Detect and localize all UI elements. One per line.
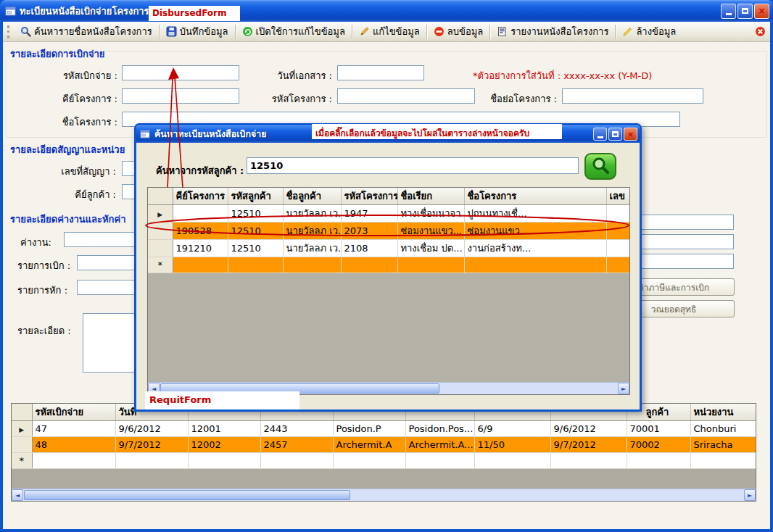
row-selector-cell[interactable] [148, 240, 173, 257]
row-selector-cell[interactable] [12, 421, 32, 437]
cell[interactable]: Posidon.P [333, 421, 405, 437]
cell[interactable] [397, 257, 464, 273]
cell[interactable]: 70001 [627, 421, 690, 437]
cell[interactable] [260, 453, 333, 469]
cell[interactable]: 9/7/2012 [115, 437, 188, 453]
cell[interactable]: 12510 [228, 205, 283, 223]
cell[interactable]: 47 [32, 421, 115, 437]
scroll-left-arrow-icon[interactable]: ◄ [12, 489, 23, 501]
cell[interactable]: ปูถนนทางเชื่... [464, 205, 606, 223]
project-code-input[interactable] [337, 88, 475, 104]
table-row[interactable]: 47 9/6/2012 12001 2443 Posidon.P Posidon… [12, 421, 756, 437]
scroll-right-arrow-icon[interactable]: ► [744, 489, 756, 501]
toolbar-clear-button[interactable]: ล้างข้อมูล [618, 22, 680, 41]
cell[interactable] [550, 453, 627, 469]
scrollbar-thumb[interactable] [24, 490, 350, 500]
cell[interactable]: 2443 [260, 421, 333, 437]
cell[interactable]: Archermit.A [333, 437, 405, 453]
cell[interactable] [464, 257, 606, 273]
table-row[interactable]: 191210 12510 นายวัลลภ เว... 2108 ทางเชื่… [148, 240, 629, 257]
cell[interactable]: นายวัลลภ เว... [283, 223, 341, 240]
column-header[interactable]: เลข [606, 188, 629, 205]
cell[interactable]: ซ่อมงานแขว... [397, 223, 464, 240]
cell[interactable] [606, 257, 629, 273]
cell[interactable]: 1947 [341, 205, 397, 223]
column-header[interactable]: คีย์โครงการ [173, 188, 228, 205]
column-header[interactable]: ชื่อลูกค้า [283, 188, 341, 205]
cell[interactable]: ซ่อมงานแขว... [464, 223, 606, 240]
minimize-button[interactable] [721, 4, 736, 19]
cell[interactable] [606, 240, 629, 257]
column-header[interactable]: รหัสโครงการ [341, 188, 397, 205]
row-selector-cell[interactable] [148, 223, 173, 240]
cell[interactable]: งานก่อสร้างท... [464, 240, 606, 257]
doc-date-input[interactable] [337, 65, 424, 80]
selected-cell[interactable]: 184198 [173, 205, 228, 223]
column-header[interactable]: ชื่อเรียก [397, 188, 464, 205]
row-selector-header[interactable] [148, 188, 173, 205]
cell[interactable] [627, 453, 690, 469]
cell[interactable]: Archermit.A... [405, 437, 474, 453]
cell[interactable]: ทางเชื่อม ปต... [397, 240, 464, 257]
close-button[interactable]: × [754, 4, 769, 19]
column-header[interactable]: ชื่อโครงการ [464, 188, 606, 205]
cell[interactable]: Posidon.Pos... [405, 421, 474, 437]
toolbar-enable-edit-button[interactable]: เปิดใช้การแก้ไขข้อมูล [238, 22, 350, 41]
toolbar-edit-button[interactable]: แก้ไขข้อมูล [355, 22, 424, 41]
cell[interactable]: นายวัลลภ เว... [283, 240, 341, 257]
cell[interactable]: 12001 [188, 421, 260, 437]
dialog-maximize-button[interactable] [608, 128, 622, 141]
cell[interactable]: 12510 [228, 223, 283, 240]
cell[interactable]: 190528 [173, 223, 228, 240]
cell[interactable] [606, 205, 629, 223]
disburse-id-input[interactable] [122, 65, 239, 80]
cell[interactable] [690, 453, 756, 469]
scroll-right-arrow-icon[interactable]: ► [618, 383, 629, 394]
cell[interactable]: ทางเชื่อมนาจา [397, 205, 464, 223]
toolbar-delete-button[interactable]: ลบข้อมูล [429, 22, 487, 41]
cell[interactable]: 9/7/2012 [550, 437, 627, 453]
row-selector-header[interactable] [12, 404, 32, 421]
cell[interactable] [32, 453, 115, 469]
maximize-button[interactable] [737, 4, 753, 19]
cell[interactable] [474, 453, 550, 469]
toolbar-close-icon[interactable] [755, 26, 766, 37]
cell[interactable]: 11/50 [474, 437, 550, 453]
cell[interactable] [341, 257, 397, 273]
table-row[interactable]: 184198 12510 นายวัลลภ เว... 1947 ทางเชื่… [148, 205, 629, 223]
cell[interactable]: 6/9 [474, 421, 550, 437]
table-row-highlighted[interactable]: 190528 12510 นายวัลลภ เว... 2073 ซ่อมงาน… [148, 223, 629, 240]
cell[interactable]: 2457 [260, 437, 333, 453]
new-row[interactable]: * [12, 453, 756, 469]
cell[interactable]: 48 [32, 437, 115, 453]
main-grid-horizontal-scrollbar[interactable]: ◄ ► [12, 489, 756, 501]
column-header[interactable]: รหัสลูกค้า [228, 188, 283, 205]
cell[interactable]: 9/6/2012 [550, 421, 627, 437]
cell[interactable]: Sriracha [690, 437, 756, 453]
cell[interactable]: 12510 [228, 240, 283, 257]
project-key-input[interactable] [122, 88, 239, 104]
cell[interactable] [188, 453, 260, 469]
cell[interactable]: 191210 [173, 240, 228, 257]
dialog-close-button[interactable]: × [624, 128, 637, 141]
toolbar-report-button[interactable]: รายงานหนังสือโครงการ [492, 22, 613, 41]
cell[interactable] [405, 453, 474, 469]
toolbar-search-button[interactable]: ค้นหารายชื่อหนังสือโครงการ [16, 22, 157, 41]
cell[interactable]: 12002 [188, 437, 260, 453]
dialog-search-input[interactable] [247, 157, 579, 174]
cell[interactable]: 70002 [627, 437, 690, 453]
cell[interactable]: 9/6/2012 [115, 421, 188, 437]
cell[interactable] [228, 257, 283, 273]
main-window-titlebar[interactable]: ทะเบียนหนังสือเบิกจ่ายโครงการ × [0, 0, 773, 22]
cell[interactable] [283, 257, 341, 273]
cell[interactable] [173, 257, 228, 273]
right-amount-input-1[interactable] [638, 215, 734, 230]
column-header[interactable]: รหัสเบิกจ่าย [32, 404, 115, 421]
new-row[interactable]: * [148, 257, 629, 273]
dialog-minimize-button[interactable] [593, 128, 607, 141]
right-amount-input-2[interactable] [638, 234, 734, 249]
cell[interactable]: 2108 [341, 240, 397, 257]
dialog-search-button[interactable] [584, 153, 616, 180]
cell[interactable] [606, 223, 629, 240]
cell[interactable]: นายวัลลภ เว... [283, 205, 341, 223]
